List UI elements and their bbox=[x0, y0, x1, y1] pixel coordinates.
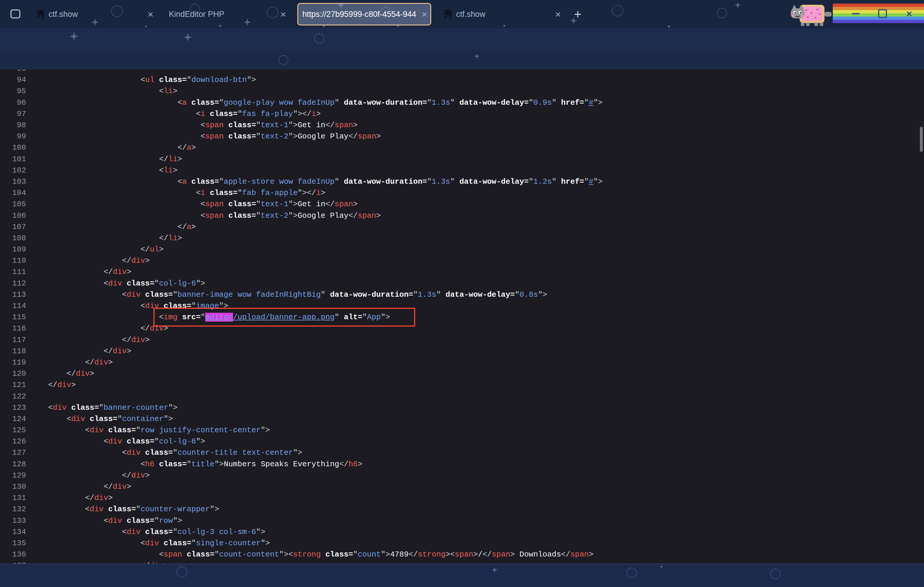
line-code: <div class="banner-counter"> bbox=[30, 403, 177, 412]
line-number: 131 bbox=[0, 493, 26, 502]
line-code: <span class="text-1">Get in</span> bbox=[30, 121, 358, 130]
line-number: 96 bbox=[0, 98, 26, 107]
find-bar: ✓高亮全部(A)区分大小写(C)匹配变音符号(I)全词匹配(W) 第 1 项，共… bbox=[0, 564, 924, 587]
close-window-icon[interactable]: × bbox=[903, 7, 916, 20]
line-code: </div> bbox=[30, 347, 131, 356]
line-code: <i class="fab fa-apple"></i> bbox=[30, 189, 325, 197]
vertical-scrollbar[interactable] bbox=[920, 127, 923, 152]
sparkle-decoration bbox=[314, 33, 325, 44]
sparkle-decoration bbox=[381, 7, 392, 18]
source-line: 112 <div class="col-lg-6"> bbox=[0, 278, 924, 289]
new-tab-button[interactable]: + bbox=[574, 7, 582, 21]
line-code: <a class="google-play wow fadeInUp" data… bbox=[30, 98, 603, 107]
source-line: 118 </div> bbox=[0, 345, 924, 357]
source-line: 95 <li> bbox=[0, 86, 924, 97]
line-code: </div> bbox=[30, 256, 150, 265]
line-code: <span class="count-content"><strong clas… bbox=[30, 550, 594, 559]
line-code: <span class="text-2">Google Play</span> bbox=[30, 132, 381, 141]
rainbow-stripe bbox=[833, 3, 924, 7]
line-number: 99 bbox=[0, 132, 26, 141]
line-code: </li> bbox=[30, 234, 182, 243]
source-line: 114 <div class="image"> bbox=[0, 300, 924, 312]
tab-close-icon[interactable]: × bbox=[280, 8, 286, 20]
source-line: 107 </a> bbox=[0, 221, 924, 233]
line-code: </ul> bbox=[30, 245, 164, 254]
line-code: </div> bbox=[30, 380, 76, 390]
source-line: 126 <div class="col-lg-6"> bbox=[0, 436, 924, 447]
line-number: 112 bbox=[0, 279, 26, 288]
source-line: 136 <span class="count-content"><strong … bbox=[0, 549, 924, 560]
line-code: </div> bbox=[30, 369, 94, 378]
line-code: </div> bbox=[30, 561, 168, 564]
vertical-tabs-icon[interactable] bbox=[10, 8, 21, 21]
sparkle-decoration bbox=[111, 5, 123, 17]
minimize-icon[interactable] bbox=[850, 7, 862, 20]
line-number: 115 bbox=[0, 313, 26, 322]
line-number: 93 bbox=[0, 69, 26, 73]
sparkle-decoration bbox=[626, 567, 637, 578]
line-number: 127 bbox=[0, 448, 26, 457]
line-number: 132 bbox=[0, 505, 26, 514]
line-number: 130 bbox=[0, 482, 26, 491]
line-code: </a> bbox=[30, 143, 196, 152]
sparkle-decoration bbox=[397, 25, 399, 27]
source-line: 102 <li> bbox=[0, 165, 924, 176]
source-line: 120 </div> bbox=[0, 368, 924, 379]
line-number: 114 bbox=[0, 301, 26, 310]
source-line: 121 </div> bbox=[0, 379, 924, 391]
sparkle-decoration bbox=[717, 8, 728, 18]
tab-close-icon[interactable]: × bbox=[421, 8, 427, 20]
line-number: 123 bbox=[0, 403, 26, 412]
line-code: <div class="single-counter"> bbox=[30, 539, 270, 548]
tab-active[interactable]: https://27b95999-c80f-4554-944× bbox=[297, 3, 431, 25]
sparkle-decoration bbox=[145, 25, 147, 27]
line-number: 134 bbox=[0, 528, 26, 536]
source-line: 124 <div class="container"> bbox=[0, 413, 924, 424]
line-number: 121 bbox=[0, 380, 26, 390]
source-line: 94 <ul class="download-btn"> bbox=[0, 74, 924, 86]
line-code: <div class="row justify-content-center"> bbox=[30, 426, 270, 435]
source-line: 117 </div> bbox=[0, 334, 924, 345]
tab-close-icon[interactable]: × bbox=[147, 8, 153, 20]
line-code: <div class="counter-title text-center"> bbox=[30, 448, 302, 457]
sparkle-decoration bbox=[503, 25, 505, 26]
tab-close-icon[interactable]: × bbox=[555, 8, 561, 20]
restore-icon[interactable] bbox=[876, 7, 889, 20]
source-line: 134 <div class="col-lg-3 col-sm-6"> bbox=[0, 526, 924, 538]
line-code: <div class="container"> bbox=[30, 414, 173, 423]
sparkle-decoration bbox=[219, 25, 221, 27]
source-line: 122 bbox=[0, 391, 924, 402]
line-number: 124 bbox=[0, 414, 26, 423]
line-number: 118 bbox=[0, 347, 26, 356]
line-code: <div class="counter-wrapper"> bbox=[30, 505, 219, 514]
line-code: </div> bbox=[30, 471, 150, 480]
source-line: 101 </li> bbox=[0, 153, 924, 165]
rainbow-stripe bbox=[833, 20, 924, 23]
line-code: <div class="col-lg-6"> bbox=[30, 437, 205, 446]
sparkle-decoration bbox=[323, 25, 325, 27]
sparkle-decoration bbox=[770, 569, 780, 579]
tab-title: ctf.show bbox=[456, 10, 552, 19]
line-number: 137 bbox=[0, 561, 26, 564]
navigation-toolbar: ← → view-source:https://27b95999-c80f-45… bbox=[0, 28, 924, 51]
line-code: </div> bbox=[30, 482, 131, 491]
line-number: 94 bbox=[0, 76, 26, 84]
tab-favicon-icon: 秀 bbox=[444, 8, 452, 20]
line-number: 98 bbox=[0, 121, 26, 130]
source-line: 129 </div> bbox=[0, 470, 924, 481]
tab[interactable]: 秀ctf.show× bbox=[439, 3, 564, 25]
line-code: <li> bbox=[30, 166, 177, 175]
line-number: 135 bbox=[0, 539, 26, 548]
source-line: 123 <div class="banner-counter"> bbox=[0, 402, 924, 413]
line-code: <h6 class="title">Numbers Speaks Everyth… bbox=[30, 460, 363, 469]
line-code: <ul class="download-btn"> bbox=[30, 76, 256, 84]
sparkle-decoration bbox=[267, 7, 278, 18]
sparkle-decoration bbox=[190, 3, 200, 14]
sparkle-decoration bbox=[278, 55, 289, 65]
tab-title: https://27b95999-c80f-4554-944 bbox=[302, 10, 419, 19]
source-line: 115 <img src="editor/upload/banner-app.p… bbox=[0, 312, 924, 323]
source-line: 100 </a> bbox=[0, 142, 924, 153]
source-line: 106 <span class="text-2">Google Play</sp… bbox=[0, 210, 924, 221]
sparkle-decoration bbox=[612, 5, 624, 16]
line-number: 122 bbox=[0, 392, 26, 401]
